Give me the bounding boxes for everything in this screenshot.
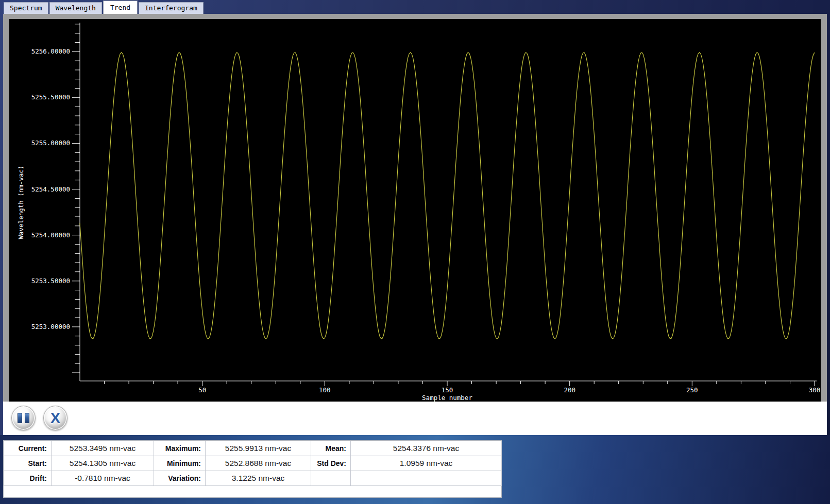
y-axis-title: Wavelength (nm-vac)	[17, 166, 25, 239]
stats-table: Current: 5253.3495 nm-vac Maximum: 5255.…	[4, 441, 502, 486]
stat-variation-label: Variation:	[154, 471, 206, 486]
tab-wavelength[interactable]: Wavelength	[49, 2, 102, 14]
stats-row-3: Drift: -0.7810 nm-vac Variation: 3.1225 …	[4, 471, 502, 486]
tab-bar: Spectrum Wavelength Trend Interferogram	[0, 0, 830, 14]
y-tick-label: 5254.00000	[31, 231, 70, 239]
stat-minimum-value: 5252.8688 nm-vac	[206, 456, 311, 471]
y-tick-label: 5254.50000	[31, 185, 70, 193]
stat-drift-value: -0.7810 nm-vac	[52, 471, 154, 486]
stat-minimum-label: Minimum:	[154, 456, 206, 471]
stat-variation-value: 3.1225 nm-vac	[206, 471, 311, 486]
x-tick-label: 100	[319, 386, 331, 394]
x-tick-label: 300	[809, 386, 821, 394]
stat-start-label: Start:	[4, 456, 52, 471]
y-tick-label: 5255.50000	[31, 93, 70, 101]
x-axis-title: Sample number	[422, 394, 472, 402]
stat-mean-label: Mean:	[311, 441, 351, 456]
stat-mean-value: 5254.3376 nm-vac	[351, 441, 502, 456]
controls-strip: X	[3, 402, 827, 435]
stat-empty-value	[351, 471, 502, 486]
y-tick-label: 5253.50000	[31, 277, 70, 285]
bottom-region: Current: 5253.3495 nm-vac Maximum: 5255.…	[0, 435, 830, 504]
close-x-icon: X	[50, 411, 60, 426]
pause-button[interactable]	[11, 406, 36, 430]
stat-stddev-value: 1.0959 nm-vac	[351, 456, 502, 471]
stats-row-2: Start: 5254.1305 nm-vac Minimum: 5252.86…	[4, 456, 502, 471]
trend-plot-area: 5253.000005253.500005254.000005254.50000…	[9, 19, 821, 402]
x-tick-label: 250	[686, 386, 698, 394]
tab-spectrum[interactable]: Spectrum	[4, 2, 48, 14]
stat-maximum-label: Maximum:	[154, 441, 206, 456]
y-tick-label: 5256.00000	[31, 47, 70, 55]
close-button[interactable]: X	[43, 406, 67, 430]
stat-current-value: 5253.3495 nm-vac	[52, 441, 154, 456]
stat-maximum-value: 5255.9913 nm-vac	[206, 441, 311, 456]
stats-panel: Current: 5253.3495 nm-vac Maximum: 5255.…	[3, 440, 502, 498]
tab-trend[interactable]: Trend	[103, 1, 138, 14]
stat-start-value: 5254.1305 nm-vac	[52, 456, 154, 471]
stat-stddev-label: Std Dev:	[311, 456, 351, 471]
pause-icon	[18, 413, 29, 423]
y-tick-label: 5255.00000	[31, 139, 70, 147]
plot-frame: 5253.000005253.500005254.000005254.50000…	[3, 14, 827, 402]
stat-current-label: Current:	[4, 441, 52, 456]
stat-empty-label	[311, 471, 351, 486]
trend-line	[80, 53, 815, 339]
tab-interferogram[interactable]: Interferogram	[139, 2, 204, 14]
stat-drift-label: Drift:	[4, 471, 52, 486]
trend-plot-svg: 5253.000005253.500005254.000005254.50000…	[9, 19, 821, 402]
x-tick-label: 50	[198, 386, 206, 394]
x-tick-label: 150	[442, 386, 453, 394]
stats-row-1: Current: 5253.3495 nm-vac Maximum: 5255.…	[4, 441, 502, 456]
x-tick-label: 200	[564, 386, 575, 394]
y-tick-label: 5253.00000	[31, 323, 70, 331]
